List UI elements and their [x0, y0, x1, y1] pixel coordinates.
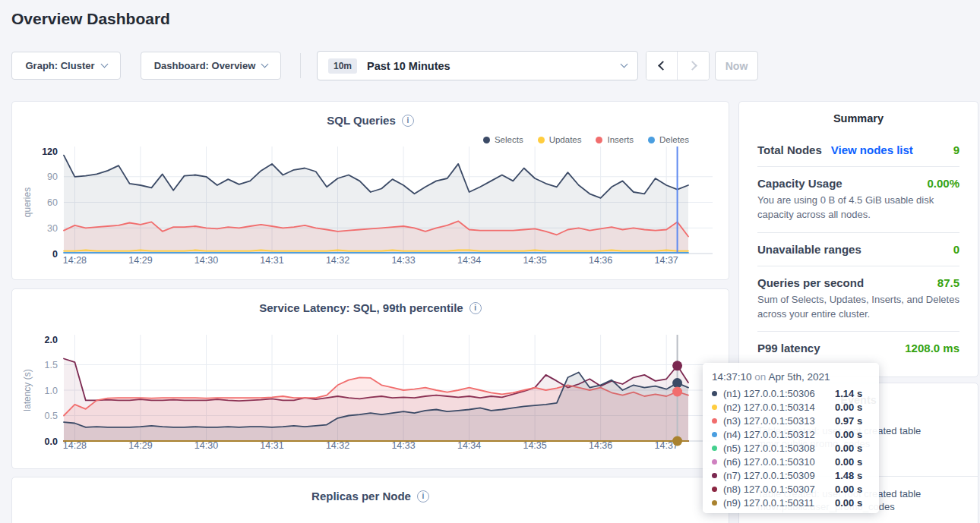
tooltip-node-value: 0.00 s: [835, 497, 870, 509]
chevron-right-icon: [688, 61, 697, 71]
summary-panel: Summary Total NodesView nodes list9Capac…: [738, 101, 978, 377]
summary-rows: Total NodesView nodes list9Capacity Usag…: [739, 124, 978, 364]
tooltip-node-label: (n4) 127.0.0.1:50312: [723, 429, 830, 440]
tooltip-node-value: 0.00 s: [835, 443, 870, 454]
tooltip-node-row: (n4) 127.0.0.1:503120.00 s: [712, 427, 870, 441]
legend-label: Deletes: [659, 135, 689, 144]
legend-dot-icon: [648, 137, 655, 143]
svg-text:1.5: 1.5: [45, 360, 58, 370]
summary-value: 0.00%: [927, 177, 959, 190]
tooltip-node-value: 0.00 s: [835, 402, 870, 413]
legend-dot-icon: [596, 137, 602, 143]
tooltip-node-row: (n1) 127.0.0.1:503061.14 s: [712, 386, 870, 400]
tooltip-node-value: 1.48 s: [835, 470, 870, 481]
svg-text:2.0: 2.0: [45, 335, 58, 345]
tooltip-node-row: (n2) 127.0.0.1:503140.00 s: [712, 400, 870, 414]
series-dot-icon: [712, 473, 717, 478]
sql-queries-chart[interactable]: 14:2814:2914:3014:3114:3214:3314:3414:35…: [12, 145, 730, 276]
tooltip-timestamp: 14:37:10 on Apr 5th, 2021: [712, 371, 870, 383]
tooltip-node-value: 0.00 s: [835, 484, 870, 495]
series-dot-icon: [712, 487, 717, 492]
legend-item-updates[interactable]: Updates: [538, 135, 582, 144]
legend-item-deletes[interactable]: Deletes: [648, 135, 689, 144]
svg-text:14:32: 14:32: [326, 440, 349, 451]
svg-text:30: 30: [47, 223, 58, 234]
svg-text:14:29: 14:29: [128, 440, 152, 451]
info-icon[interactable]: i: [402, 115, 414, 127]
svg-text:14:36: 14:36: [589, 440, 612, 451]
tooltip-node-row: (n7) 127.0.0.1:503091.48 s: [712, 468, 870, 482]
svg-text:14:34: 14:34: [457, 255, 481, 266]
tooltip-node-value: 0.00 s: [835, 456, 870, 468]
service-latency-card: Service Latency: SQL, 99th percentile i …: [11, 288, 729, 469]
summary-value: 87.5: [937, 276, 959, 289]
info-icon[interactable]: i: [469, 302, 482, 314]
chart-legend: SelectsUpdatesInsertsDeletes: [483, 135, 689, 144]
chevron-down-icon: [261, 61, 269, 68]
summary-label: Unavailable ranges: [757, 243, 861, 256]
next-range-button[interactable]: [678, 52, 709, 80]
dashboard-dropdown[interactable]: Dashboard: Overview: [141, 52, 281, 80]
chevron-left-icon: [658, 61, 668, 71]
summary-row: Unavailable ranges0: [757, 232, 959, 266]
svg-text:0.5: 0.5: [45, 411, 58, 421]
svg-text:14:32: 14:32: [326, 255, 349, 266]
svg-text:14:29: 14:29: [128, 255, 152, 266]
service-latency-chart[interactable]: 14:2814:2914:3014:3114:3214:3314:3414:35…: [12, 329, 730, 459]
view-nodes-link[interactable]: View nodes list: [831, 143, 913, 156]
summary-label: Capacity Usage: [757, 177, 842, 190]
info-icon[interactable]: i: [417, 490, 429, 503]
tooltip-node-row: (n5) 127.0.0.1:503080.00 s: [712, 441, 870, 455]
svg-text:14:28: 14:28: [63, 255, 87, 266]
tooltip-node-label: (n3) 127.0.0.1:50313: [723, 415, 830, 427]
page-title: Overview Dashboard: [11, 10, 170, 28]
tooltip-node-label: (n2) 127.0.0.1:50314: [723, 402, 830, 413]
svg-text:14:30: 14:30: [194, 440, 218, 451]
svg-text:14:35: 14:35: [523, 440, 546, 451]
tooltip-node-row: (n3) 127.0.0.1:503130.97 s: [712, 414, 870, 427]
now-button[interactable]: Now: [715, 51, 758, 80]
summary-description: Sum of Selects, Updates, Inserts, and De…: [757, 293, 959, 322]
summary-row-top: Unavailable ranges0: [757, 243, 959, 256]
svg-text:60: 60: [47, 197, 58, 208]
chevron-down-icon: [100, 61, 108, 68]
prev-range-button[interactable]: [646, 52, 678, 80]
series-dot-icon: [712, 432, 717, 437]
tooltip-node-value: 0.97 s: [835, 415, 870, 427]
legend-dot-icon: [538, 137, 545, 143]
summary-value: 9: [953, 143, 959, 156]
svg-text:14:34: 14:34: [457, 440, 481, 451]
legend-item-selects[interactable]: Selects: [483, 135, 523, 144]
svg-text:120: 120: [42, 147, 58, 157]
series-dot-icon: [712, 405, 717, 410]
series-dot-icon: [712, 418, 717, 424]
time-range-label: Past 10 Minutes: [367, 60, 450, 72]
graph-dropdown-label: Graph: Cluster: [25, 60, 94, 71]
dashboard-dropdown-label: Dashboard: Overview: [154, 60, 256, 71]
svg-text:0: 0: [52, 249, 58, 260]
series-dot-icon: [712, 459, 717, 465]
tooltip-node-label: (n5) 127.0.0.1:50308: [723, 443, 830, 454]
summary-row: Queries per second87.5Sum of Selects, Up…: [757, 266, 959, 332]
summary-description: You are using 0 B of 4.5 GiB usable disk…: [757, 194, 959, 222]
series-dot-icon: [712, 500, 717, 506]
chart-title-replicas-per-node: Replicas per Node: [311, 490, 411, 503]
legend-item-inserts[interactable]: Inserts: [596, 135, 634, 144]
replicas-per-node-card: Replicas per Node i: [11, 477, 729, 523]
svg-text:90: 90: [47, 172, 58, 182]
svg-text:14:35: 14:35: [523, 255, 546, 266]
tooltip-node-row: (n8) 127.0.0.1:503070.00 s: [712, 482, 870, 496]
summary-row: Capacity Usage0.00%You are using 0 B of …: [757, 166, 959, 232]
svg-text:queries: queries: [22, 187, 33, 217]
graph-dropdown[interactable]: Graph: Cluster: [11, 52, 121, 80]
summary-row: Total NodesView nodes list9: [757, 134, 959, 166]
sql-queries-card: SQL Queries i SelectsUpdatesInsertsDelet…: [11, 101, 729, 280]
summary-row-top: Capacity Usage0.00%: [757, 177, 959, 190]
svg-text:14:36: 14:36: [589, 255, 612, 266]
tooltip-node-label: (n1) 127.0.0.1:50306: [723, 388, 830, 399]
time-pager: [646, 51, 710, 80]
summary-row-top: Total NodesView nodes list9: [757, 143, 959, 156]
time-range-selector[interactable]: 10m Past 10 Minutes: [317, 51, 638, 80]
summary-label: Total Nodes: [757, 143, 822, 156]
svg-text:14:28: 14:28: [63, 440, 87, 451]
